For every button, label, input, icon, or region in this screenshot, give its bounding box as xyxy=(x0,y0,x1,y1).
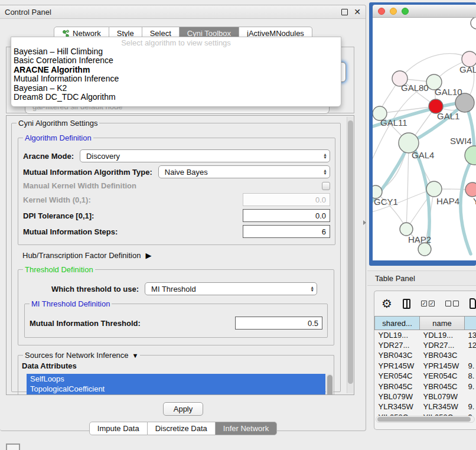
mi-threshold-group: MI Threshold Definition Mutual Informati… xyxy=(24,304,328,338)
columns-icon[interactable] xyxy=(403,299,410,309)
control-panel-window: Control Panel ✕ Network xyxy=(0,5,366,431)
dropdown-item-dream8[interactable]: Dream8 DC_TDC Algorithm xyxy=(11,93,341,102)
network-graph: GAL GAL80 GAL10 GAL1 GAL11 GAL4 SWI4 GCY… xyxy=(373,18,476,260)
tab-discretize-data[interactable]: Discretize Data xyxy=(148,422,216,435)
desktop: { "window": { "title": "Control Panel" }… xyxy=(0,0,476,450)
which-threshold-combo[interactable]: MI Threshold ▲▼ xyxy=(145,282,317,295)
node-label-gal1: GAL1 xyxy=(437,111,459,121)
hub-definition-toggle[interactable]: Hub/Transcription Factor Definition ▶ xyxy=(22,251,340,260)
list-item[interactable]: SelfLoops xyxy=(27,374,325,384)
dropdown-item-mutual-information[interactable]: Mutual Information Inference xyxy=(11,74,341,83)
table-row[interactable]: YDL19...YDL19...13 xyxy=(375,330,476,340)
table-panel-header: Table Panel xyxy=(367,270,476,286)
splitter-collapse-icon[interactable] xyxy=(363,220,366,225)
minimize-traffic-light-icon[interactable] xyxy=(390,8,397,15)
node-label-hap4: HAP4 xyxy=(436,196,459,206)
manual-kernel-checkbox[interactable] xyxy=(322,182,330,190)
column-header-name[interactable]: name xyxy=(420,317,465,330)
node-y-partial[interactable] xyxy=(465,182,476,197)
manual-kernel-label: Manual Kernel Width Definition xyxy=(23,181,136,190)
sources-title: Sources for Network Inference xyxy=(25,351,129,360)
node-hap2[interactable] xyxy=(400,223,413,236)
settings-scrollbar-thumb[interactable] xyxy=(348,120,353,384)
cyni-settings-scrollpane: Cyni Algorithm Settings Algorithm Defini… xyxy=(6,115,354,395)
cyni-algorithm-settings-title: Cyni Algorithm Settings xyxy=(17,119,99,128)
node-table: shared... name YDL19...YDL19...13 YDR27.… xyxy=(374,316,476,422)
tab-impute-data[interactable]: Impute Data xyxy=(89,422,148,435)
chevron-right-icon: ▶ xyxy=(145,251,151,260)
tab-discretize-data-label: Discretize Data xyxy=(155,424,207,433)
column-header-shared[interactable]: shared... xyxy=(375,317,420,330)
network-titlebar[interactable] xyxy=(373,5,476,18)
list-scrollbar[interactable] xyxy=(326,374,333,395)
table-hscrollbar-thumb[interactable] xyxy=(377,417,471,422)
window-buttons: ✕ xyxy=(341,9,361,15)
table-row[interactable]: YDR27...YDR27...12 xyxy=(375,340,476,350)
node-unlabeled-bottom[interactable] xyxy=(418,243,431,256)
table-row[interactable]: YER054CYER054C8. xyxy=(375,371,476,381)
bottom-tab-row: Impute Data Discretize Data Infer Networ… xyxy=(0,422,366,435)
dropdown-item-bayesian-k2[interactable]: Bayesian – K2 xyxy=(11,84,341,93)
threshold-definition-group: Threshold Definition Which threshold to … xyxy=(18,269,334,345)
dpi-tolerance-field[interactable]: 0.0 xyxy=(243,209,330,222)
mi-steps-field[interactable]: 6 xyxy=(243,225,330,238)
combo-spinner-icon: ▲▼ xyxy=(323,169,327,175)
mi-threshold-field[interactable]: 0.5 xyxy=(235,317,322,330)
network-canvas[interactable]: GAL GAL80 GAL10 GAL1 GAL11 GAL4 SWI4 GCY… xyxy=(373,18,476,260)
mi-threshold-title: MI Threshold Definition xyxy=(30,299,112,308)
mi-type-value: Naive Bayes xyxy=(165,168,319,177)
dock-grip[interactable] xyxy=(6,444,20,450)
list-item[interactable]: TopologicalCoefficient xyxy=(27,384,325,394)
data-attributes-list: SelfLoops TopologicalCoefficient Between… xyxy=(27,374,325,395)
combo-spinner-icon: ▲▼ xyxy=(310,286,314,292)
which-threshold-label: Which threshold to use: xyxy=(51,285,139,294)
node-label-gal80: GAL80 xyxy=(401,83,429,93)
node-label-gcy1: GCY1 xyxy=(374,197,398,207)
node-swi4[interactable] xyxy=(465,146,476,165)
tab-infer-network[interactable]: Infer Network xyxy=(216,422,277,435)
dropdown-item-bayesian-hill-climbing[interactable]: Bayesian – Hill Climbing xyxy=(11,47,341,56)
list-scrollbar-thumb[interactable] xyxy=(327,375,332,395)
tab-impute-data-label: Impute Data xyxy=(97,424,139,433)
table-hscrollbar[interactable] xyxy=(376,416,475,423)
table-panel-title: Table Panel xyxy=(375,274,415,283)
list-item[interactable]: BetweennessCentrality xyxy=(27,394,325,395)
close-traffic-light-icon[interactable] xyxy=(378,8,385,15)
node-hap4[interactable] xyxy=(426,181,442,197)
apply-button[interactable]: Apply xyxy=(163,402,204,416)
table-row[interactable]: YBL079WYBL079W xyxy=(375,392,476,402)
kernel-width-label: Kernel Width (0,1): xyxy=(23,195,91,204)
combo-spinner-icon: ▲▼ xyxy=(323,153,327,159)
table-toolbar: ⚙ ✓✓ xyxy=(374,291,476,316)
zoom-traffic-light-icon[interactable] xyxy=(402,8,409,15)
mi-type-combo[interactable]: Naive Bayes ▲▼ xyxy=(158,165,330,178)
sources-title-row[interactable]: Sources for Network Inference▼ xyxy=(23,351,140,360)
deselect-all-checks-icon[interactable] xyxy=(445,301,459,306)
dropdown-item-aracne[interactable]: ARACNE Algorithm xyxy=(11,66,341,74)
table-row[interactable]: YPR145WYPR145W9. xyxy=(375,361,476,371)
table-row[interactable]: YBR043CYBR043C xyxy=(375,350,476,360)
aracne-mode-combo[interactable]: Discovery ▲▼ xyxy=(80,149,330,162)
gear-icon[interactable]: ⚙ xyxy=(382,298,392,309)
dropdown-item-basic-correlation[interactable]: Basic Correlation Inference xyxy=(11,56,341,65)
table-panel: ⚙ ✓✓ shared... name YDL19...YDL19...13 Y… xyxy=(374,291,476,430)
table-row[interactable]: YLR345WYLR345W9. xyxy=(375,402,476,412)
data-attributes-label: Data Attributes xyxy=(22,361,330,370)
chevron-down-icon: ▼ xyxy=(132,352,139,359)
table-row[interactable]: YBR045CYBR045C9. xyxy=(375,381,476,391)
select-all-checks-icon[interactable]: ✓✓ xyxy=(421,301,435,306)
column-header-cut[interactable] xyxy=(465,317,476,330)
which-threshold-value: MI Threshold xyxy=(151,285,307,294)
new-table-icon[interactable] xyxy=(470,298,476,309)
algorithm-definition-title: Algorithm Definition xyxy=(23,133,93,142)
cyni-algorithm-settings-group: Cyni Algorithm Settings Algorithm Defini… xyxy=(11,123,341,392)
mi-type-label: Mutual Information Algorithm Type: xyxy=(23,168,152,177)
control-panel-titlebar: Control Panel ✕ xyxy=(0,5,366,19)
threshold-definition-title: Threshold Definition xyxy=(23,265,95,274)
close-icon[interactable]: ✕ xyxy=(354,9,361,15)
float-window-icon[interactable] xyxy=(341,9,348,15)
settings-scrollbar[interactable] xyxy=(347,117,353,393)
node-unlabeled-top[interactable] xyxy=(471,18,476,29)
network-view-window: GAL GAL80 GAL10 GAL1 GAL11 GAL4 SWI4 GCY… xyxy=(369,2,476,266)
hub-definition-label: Hub/Transcription Factor Definition xyxy=(22,251,141,260)
